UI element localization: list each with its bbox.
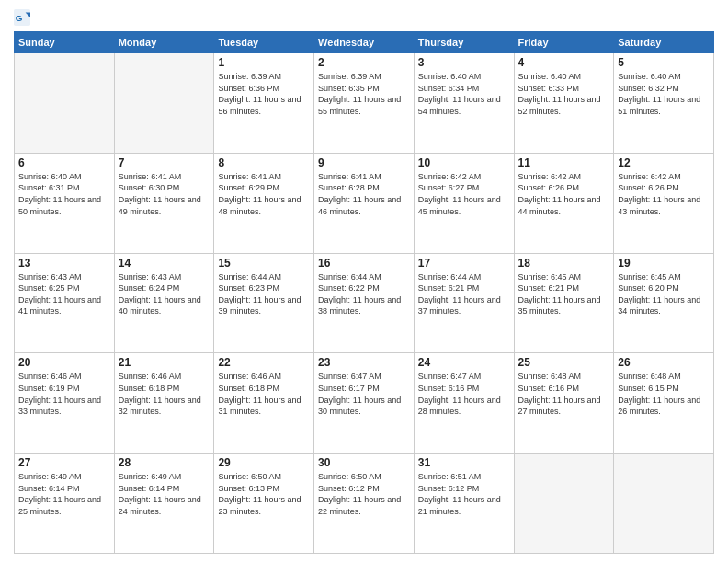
cell-info: Sunrise: 6:41 AM Sunset: 6:29 PM Dayligh… xyxy=(218,171,310,217)
cell-info: Sunrise: 6:49 AM Sunset: 6:14 PM Dayligh… xyxy=(18,471,110,517)
calendar-cell: 17Sunrise: 6:44 AM Sunset: 6:21 PM Dayli… xyxy=(414,253,514,353)
day-number: 11 xyxy=(518,156,610,169)
cell-info: Sunrise: 6:40 AM Sunset: 6:33 PM Dayligh… xyxy=(518,71,610,117)
day-number: 7 xyxy=(119,156,210,169)
cell-info: Sunrise: 6:41 AM Sunset: 6:28 PM Dayligh… xyxy=(318,171,410,217)
day-number: 16 xyxy=(318,257,410,270)
calendar-cell: 20Sunrise: 6:46 AM Sunset: 6:19 PM Dayli… xyxy=(15,353,115,454)
day-number: 19 xyxy=(618,257,710,270)
calendar-week-row: 20Sunrise: 6:46 AM Sunset: 6:19 PM Dayli… xyxy=(15,353,714,454)
cell-info: Sunrise: 6:40 AM Sunset: 6:31 PM Dayligh… xyxy=(18,171,110,217)
weekday-header: Monday xyxy=(114,32,214,53)
calendar-cell: 29Sunrise: 6:50 AM Sunset: 6:13 PM Dayli… xyxy=(214,454,314,554)
day-number: 2 xyxy=(318,56,410,69)
weekday-header: Friday xyxy=(514,32,614,53)
cell-info: Sunrise: 6:45 AM Sunset: 6:20 PM Dayligh… xyxy=(618,271,710,317)
calendar-week-row: 27Sunrise: 6:49 AM Sunset: 6:14 PM Dayli… xyxy=(15,454,714,554)
weekday-header: Tuesday xyxy=(214,32,314,53)
calendar-cell xyxy=(114,53,214,154)
weekday-header: Thursday xyxy=(414,32,514,53)
header: G xyxy=(14,9,714,26)
calendar-cell: 21Sunrise: 6:46 AM Sunset: 6:18 PM Dayli… xyxy=(114,353,214,454)
day-number: 5 xyxy=(618,56,710,69)
svg-text:G: G xyxy=(16,13,23,23)
weekday-header: Wednesday xyxy=(314,32,415,53)
calendar-cell: 2Sunrise: 6:39 AM Sunset: 6:35 PM Daylig… xyxy=(314,53,415,154)
page: G SundayMondayTuesdayWednesdayThursdayFr… xyxy=(0,0,728,563)
day-number: 30 xyxy=(318,456,410,469)
logo-icon: G xyxy=(14,9,30,26)
calendar-body: 1Sunrise: 6:39 AM Sunset: 6:36 PM Daylig… xyxy=(15,53,714,554)
day-number: 25 xyxy=(518,356,610,369)
day-number: 4 xyxy=(518,56,610,69)
day-number: 27 xyxy=(18,456,110,469)
cell-info: Sunrise: 6:42 AM Sunset: 6:26 PM Dayligh… xyxy=(518,171,610,217)
calendar-cell: 5Sunrise: 6:40 AM Sunset: 6:32 PM Daylig… xyxy=(614,53,714,154)
cell-info: Sunrise: 6:50 AM Sunset: 6:12 PM Dayligh… xyxy=(318,471,410,517)
calendar-cell: 18Sunrise: 6:45 AM Sunset: 6:21 PM Dayli… xyxy=(514,253,614,353)
calendar-cell: 1Sunrise: 6:39 AM Sunset: 6:36 PM Daylig… xyxy=(214,53,314,154)
calendar-week-row: 6Sunrise: 6:40 AM Sunset: 6:31 PM Daylig… xyxy=(15,153,714,253)
day-number: 13 xyxy=(18,257,110,270)
cell-info: Sunrise: 6:39 AM Sunset: 6:35 PM Dayligh… xyxy=(318,71,410,117)
day-number: 10 xyxy=(418,156,510,169)
cell-info: Sunrise: 6:47 AM Sunset: 6:16 PM Dayligh… xyxy=(418,371,510,417)
day-number: 28 xyxy=(119,456,210,469)
calendar-week-row: 1Sunrise: 6:39 AM Sunset: 6:36 PM Daylig… xyxy=(15,53,714,154)
cell-info: Sunrise: 6:42 AM Sunset: 6:26 PM Dayligh… xyxy=(618,171,710,217)
calendar-cell: 7Sunrise: 6:41 AM Sunset: 6:30 PM Daylig… xyxy=(114,153,214,253)
cell-info: Sunrise: 6:44 AM Sunset: 6:21 PM Dayligh… xyxy=(418,271,510,317)
day-number: 31 xyxy=(418,456,510,469)
calendar-cell: 11Sunrise: 6:42 AM Sunset: 6:26 PM Dayli… xyxy=(514,153,614,253)
calendar-cell: 25Sunrise: 6:48 AM Sunset: 6:16 PM Dayli… xyxy=(514,353,614,454)
day-number: 9 xyxy=(318,156,410,169)
calendar-cell xyxy=(614,454,714,554)
cell-info: Sunrise: 6:46 AM Sunset: 6:19 PM Dayligh… xyxy=(18,371,110,417)
cell-info: Sunrise: 6:46 AM Sunset: 6:18 PM Dayligh… xyxy=(218,371,310,417)
calendar-cell: 3Sunrise: 6:40 AM Sunset: 6:34 PM Daylig… xyxy=(414,53,514,154)
cell-info: Sunrise: 6:44 AM Sunset: 6:22 PM Dayligh… xyxy=(318,271,410,317)
calendar-cell: 12Sunrise: 6:42 AM Sunset: 6:26 PM Dayli… xyxy=(614,153,714,253)
day-number: 23 xyxy=(318,356,410,369)
day-number: 24 xyxy=(418,356,510,369)
cell-info: Sunrise: 6:41 AM Sunset: 6:30 PM Dayligh… xyxy=(119,171,210,217)
day-number: 29 xyxy=(218,456,310,469)
cell-info: Sunrise: 6:43 AM Sunset: 6:25 PM Dayligh… xyxy=(18,271,110,317)
calendar-cell: 23Sunrise: 6:47 AM Sunset: 6:17 PM Dayli… xyxy=(314,353,415,454)
day-number: 8 xyxy=(218,156,310,169)
day-number: 17 xyxy=(418,257,510,270)
cell-info: Sunrise: 6:47 AM Sunset: 6:17 PM Dayligh… xyxy=(318,371,410,417)
day-number: 22 xyxy=(218,356,310,369)
cell-info: Sunrise: 6:39 AM Sunset: 6:36 PM Dayligh… xyxy=(218,71,310,117)
cell-info: Sunrise: 6:45 AM Sunset: 6:21 PM Dayligh… xyxy=(518,271,610,317)
calendar-cell: 8Sunrise: 6:41 AM Sunset: 6:29 PM Daylig… xyxy=(214,153,314,253)
weekday-header: Saturday xyxy=(614,32,714,53)
calendar-cell: 9Sunrise: 6:41 AM Sunset: 6:28 PM Daylig… xyxy=(314,153,415,253)
cell-info: Sunrise: 6:50 AM Sunset: 6:13 PM Dayligh… xyxy=(218,471,310,517)
cell-info: Sunrise: 6:40 AM Sunset: 6:34 PM Dayligh… xyxy=(418,71,510,117)
cell-info: Sunrise: 6:48 AM Sunset: 6:15 PM Dayligh… xyxy=(618,371,710,417)
calendar-cell: 13Sunrise: 6:43 AM Sunset: 6:25 PM Dayli… xyxy=(15,253,115,353)
calendar-cell: 27Sunrise: 6:49 AM Sunset: 6:14 PM Dayli… xyxy=(15,454,115,554)
cell-info: Sunrise: 6:48 AM Sunset: 6:16 PM Dayligh… xyxy=(518,371,610,417)
day-number: 1 xyxy=(218,56,310,69)
day-number: 21 xyxy=(119,356,210,369)
day-number: 12 xyxy=(618,156,710,169)
cell-info: Sunrise: 6:42 AM Sunset: 6:27 PM Dayligh… xyxy=(418,171,510,217)
day-number: 20 xyxy=(18,356,110,369)
calendar-cell: 24Sunrise: 6:47 AM Sunset: 6:16 PM Dayli… xyxy=(414,353,514,454)
calendar-cell xyxy=(15,53,115,154)
calendar-cell: 16Sunrise: 6:44 AM Sunset: 6:22 PM Dayli… xyxy=(314,253,415,353)
calendar-cell: 10Sunrise: 6:42 AM Sunset: 6:27 PM Dayli… xyxy=(414,153,514,253)
calendar-cell: 19Sunrise: 6:45 AM Sunset: 6:20 PM Dayli… xyxy=(614,253,714,353)
day-number: 6 xyxy=(18,156,110,169)
cell-info: Sunrise: 6:40 AM Sunset: 6:32 PM Dayligh… xyxy=(618,71,710,117)
calendar-cell: 26Sunrise: 6:48 AM Sunset: 6:15 PM Dayli… xyxy=(614,353,714,454)
calendar-cell: 15Sunrise: 6:44 AM Sunset: 6:23 PM Dayli… xyxy=(214,253,314,353)
cell-info: Sunrise: 6:49 AM Sunset: 6:14 PM Dayligh… xyxy=(119,471,210,517)
calendar-header-row: SundayMondayTuesdayWednesdayThursdayFrid… xyxy=(15,32,714,53)
calendar-week-row: 13Sunrise: 6:43 AM Sunset: 6:25 PM Dayli… xyxy=(15,253,714,353)
cell-info: Sunrise: 6:44 AM Sunset: 6:23 PM Dayligh… xyxy=(218,271,310,317)
day-number: 14 xyxy=(119,257,210,270)
calendar-cell: 30Sunrise: 6:50 AM Sunset: 6:12 PM Dayli… xyxy=(314,454,415,554)
